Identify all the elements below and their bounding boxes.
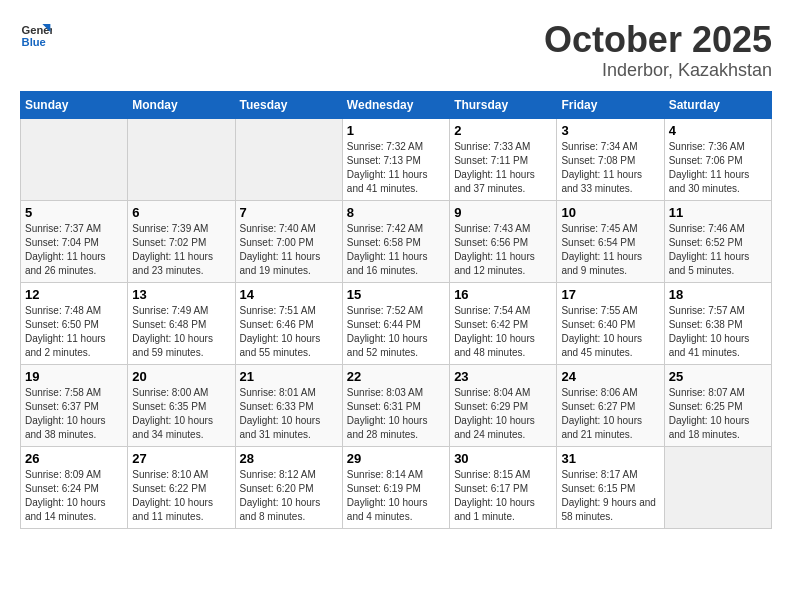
day-info: Sunrise: 8:15 AMSunset: 6:17 PMDaylight:… (454, 468, 552, 524)
weekday-header: Friday (557, 91, 664, 118)
day-number: 5 (25, 205, 123, 220)
logo-icon: General Blue (20, 20, 52, 52)
calendar-cell: 8Sunrise: 7:42 AMSunset: 6:58 PMDaylight… (342, 200, 449, 282)
day-number: 25 (669, 369, 767, 384)
day-number: 22 (347, 369, 445, 384)
day-info: Sunrise: 7:43 AMSunset: 6:56 PMDaylight:… (454, 222, 552, 278)
day-info: Sunrise: 7:58 AMSunset: 6:37 PMDaylight:… (25, 386, 123, 442)
calendar-cell: 24Sunrise: 8:06 AMSunset: 6:27 PMDayligh… (557, 364, 664, 446)
day-info: Sunrise: 7:49 AMSunset: 6:48 PMDaylight:… (132, 304, 230, 360)
day-info: Sunrise: 7:34 AMSunset: 7:08 PMDaylight:… (561, 140, 659, 196)
calendar-cell: 12Sunrise: 7:48 AMSunset: 6:50 PMDayligh… (21, 282, 128, 364)
calendar-cell: 16Sunrise: 7:54 AMSunset: 6:42 PMDayligh… (450, 282, 557, 364)
svg-text:Blue: Blue (22, 36, 46, 48)
calendar-cell: 3Sunrise: 7:34 AMSunset: 7:08 PMDaylight… (557, 118, 664, 200)
calendar-cell: 14Sunrise: 7:51 AMSunset: 6:46 PMDayligh… (235, 282, 342, 364)
day-info: Sunrise: 7:52 AMSunset: 6:44 PMDaylight:… (347, 304, 445, 360)
calendar-cell: 23Sunrise: 8:04 AMSunset: 6:29 PMDayligh… (450, 364, 557, 446)
day-info: Sunrise: 8:14 AMSunset: 6:19 PMDaylight:… (347, 468, 445, 524)
day-number: 1 (347, 123, 445, 138)
day-number: 6 (132, 205, 230, 220)
day-number: 2 (454, 123, 552, 138)
day-number: 16 (454, 287, 552, 302)
calendar-cell: 11Sunrise: 7:46 AMSunset: 6:52 PMDayligh… (664, 200, 771, 282)
day-number: 4 (669, 123, 767, 138)
day-number: 26 (25, 451, 123, 466)
day-number: 15 (347, 287, 445, 302)
day-number: 19 (25, 369, 123, 384)
calendar-cell: 5Sunrise: 7:37 AMSunset: 7:04 PMDaylight… (21, 200, 128, 282)
calendar-week-row: 19Sunrise: 7:58 AMSunset: 6:37 PMDayligh… (21, 364, 772, 446)
day-number: 20 (132, 369, 230, 384)
day-number: 30 (454, 451, 552, 466)
page-header: General Blue October 2025 Inderbor, Kaza… (20, 20, 772, 81)
weekday-header: Monday (128, 91, 235, 118)
day-number: 10 (561, 205, 659, 220)
calendar-cell: 7Sunrise: 7:40 AMSunset: 7:00 PMDaylight… (235, 200, 342, 282)
calendar-week-row: 1Sunrise: 7:32 AMSunset: 7:13 PMDaylight… (21, 118, 772, 200)
calendar-cell: 30Sunrise: 8:15 AMSunset: 6:17 PMDayligh… (450, 446, 557, 528)
day-number: 31 (561, 451, 659, 466)
day-info: Sunrise: 7:48 AMSunset: 6:50 PMDaylight:… (25, 304, 123, 360)
day-info: Sunrise: 7:32 AMSunset: 7:13 PMDaylight:… (347, 140, 445, 196)
day-number: 13 (132, 287, 230, 302)
calendar-week-row: 26Sunrise: 8:09 AMSunset: 6:24 PMDayligh… (21, 446, 772, 528)
day-info: Sunrise: 7:57 AMSunset: 6:38 PMDaylight:… (669, 304, 767, 360)
day-number: 7 (240, 205, 338, 220)
day-info: Sunrise: 8:03 AMSunset: 6:31 PMDaylight:… (347, 386, 445, 442)
calendar-cell: 20Sunrise: 8:00 AMSunset: 6:35 PMDayligh… (128, 364, 235, 446)
day-info: Sunrise: 7:54 AMSunset: 6:42 PMDaylight:… (454, 304, 552, 360)
calendar-cell (664, 446, 771, 528)
calendar-cell: 31Sunrise: 8:17 AMSunset: 6:15 PMDayligh… (557, 446, 664, 528)
day-info: Sunrise: 8:07 AMSunset: 6:25 PMDaylight:… (669, 386, 767, 442)
month-title: October 2025 (544, 20, 772, 60)
calendar-cell: 10Sunrise: 7:45 AMSunset: 6:54 PMDayligh… (557, 200, 664, 282)
day-number: 23 (454, 369, 552, 384)
day-info: Sunrise: 7:33 AMSunset: 7:11 PMDaylight:… (454, 140, 552, 196)
calendar-cell: 6Sunrise: 7:39 AMSunset: 7:02 PMDaylight… (128, 200, 235, 282)
calendar-header: SundayMondayTuesdayWednesdayThursdayFrid… (21, 91, 772, 118)
day-number: 24 (561, 369, 659, 384)
day-info: Sunrise: 7:37 AMSunset: 7:04 PMDaylight:… (25, 222, 123, 278)
day-info: Sunrise: 8:17 AMSunset: 6:15 PMDaylight:… (561, 468, 659, 524)
calendar-cell: 13Sunrise: 7:49 AMSunset: 6:48 PMDayligh… (128, 282, 235, 364)
calendar-cell (128, 118, 235, 200)
weekday-row: SundayMondayTuesdayWednesdayThursdayFrid… (21, 91, 772, 118)
calendar-cell: 28Sunrise: 8:12 AMSunset: 6:20 PMDayligh… (235, 446, 342, 528)
calendar-cell (21, 118, 128, 200)
calendar-cell: 25Sunrise: 8:07 AMSunset: 6:25 PMDayligh… (664, 364, 771, 446)
day-number: 17 (561, 287, 659, 302)
day-number: 21 (240, 369, 338, 384)
calendar-cell: 27Sunrise: 8:10 AMSunset: 6:22 PMDayligh… (128, 446, 235, 528)
day-info: Sunrise: 8:06 AMSunset: 6:27 PMDaylight:… (561, 386, 659, 442)
day-number: 18 (669, 287, 767, 302)
calendar-cell: 18Sunrise: 7:57 AMSunset: 6:38 PMDayligh… (664, 282, 771, 364)
calendar-body: 1Sunrise: 7:32 AMSunset: 7:13 PMDaylight… (21, 118, 772, 528)
day-number: 12 (25, 287, 123, 302)
calendar-cell: 1Sunrise: 7:32 AMSunset: 7:13 PMDaylight… (342, 118, 449, 200)
day-number: 9 (454, 205, 552, 220)
day-number: 8 (347, 205, 445, 220)
day-number: 29 (347, 451, 445, 466)
weekday-header: Thursday (450, 91, 557, 118)
day-info: Sunrise: 7:39 AMSunset: 7:02 PMDaylight:… (132, 222, 230, 278)
calendar-week-row: 12Sunrise: 7:48 AMSunset: 6:50 PMDayligh… (21, 282, 772, 364)
calendar-cell: 22Sunrise: 8:03 AMSunset: 6:31 PMDayligh… (342, 364, 449, 446)
day-info: Sunrise: 7:40 AMSunset: 7:00 PMDaylight:… (240, 222, 338, 278)
weekday-header: Wednesday (342, 91, 449, 118)
day-info: Sunrise: 8:00 AMSunset: 6:35 PMDaylight:… (132, 386, 230, 442)
calendar-cell: 4Sunrise: 7:36 AMSunset: 7:06 PMDaylight… (664, 118, 771, 200)
title-area: October 2025 Inderbor, Kazakhstan (544, 20, 772, 81)
weekday-header: Sunday (21, 91, 128, 118)
day-info: Sunrise: 7:36 AMSunset: 7:06 PMDaylight:… (669, 140, 767, 196)
day-info: Sunrise: 8:09 AMSunset: 6:24 PMDaylight:… (25, 468, 123, 524)
calendar-cell: 15Sunrise: 7:52 AMSunset: 6:44 PMDayligh… (342, 282, 449, 364)
day-number: 28 (240, 451, 338, 466)
day-info: Sunrise: 7:42 AMSunset: 6:58 PMDaylight:… (347, 222, 445, 278)
calendar-cell: 19Sunrise: 7:58 AMSunset: 6:37 PMDayligh… (21, 364, 128, 446)
calendar-cell (235, 118, 342, 200)
calendar-cell: 9Sunrise: 7:43 AMSunset: 6:56 PMDaylight… (450, 200, 557, 282)
logo: General Blue (20, 20, 52, 52)
day-number: 27 (132, 451, 230, 466)
day-info: Sunrise: 8:01 AMSunset: 6:33 PMDaylight:… (240, 386, 338, 442)
